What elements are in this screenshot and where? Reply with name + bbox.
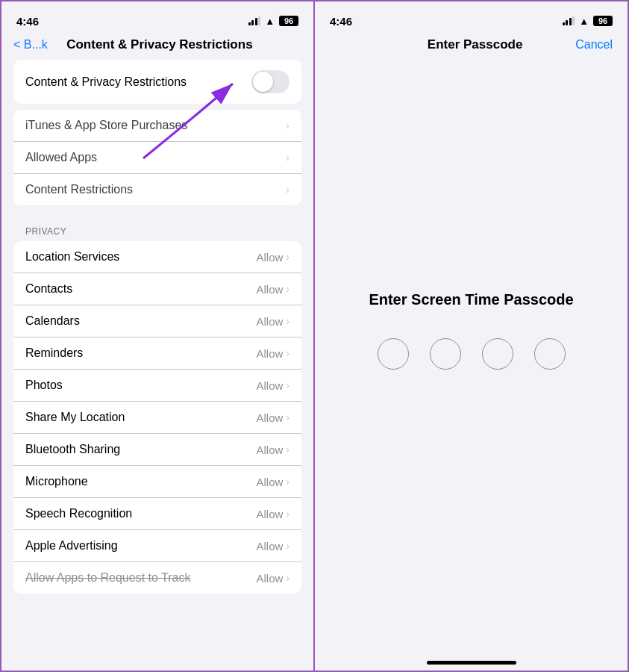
left-time: 4:46 [16, 15, 39, 28]
signal-icon [248, 16, 261, 25]
reminders-value: Allow [256, 347, 283, 360]
calendars-value: Allow [256, 315, 283, 328]
itunes-right: › [286, 119, 290, 131]
microphone-right: Allow › [256, 476, 290, 488]
content-privacy-toggle[interactable] [251, 70, 290, 93]
right-status-bar: 4:46 ▲ 96 [315, 1, 628, 34]
passcode-title: Enter Screen Time Passcode [369, 291, 573, 308]
right-nav-bar: Enter Passcode Cancel [315, 34, 628, 60]
bluetooth-chevron: › [286, 444, 290, 455]
share-location-row[interactable]: Share My Location Allow › [13, 402, 301, 434]
photos-right: Allow › [256, 379, 290, 392]
home-bar [427, 661, 516, 665]
passcode-area: Enter Screen Time Passcode [315, 60, 628, 645]
toggle-label: Content & Privacy Restrictions [25, 75, 187, 89]
main-settings-section: iTunes & App Store Purchases › Allowed A… [13, 110, 301, 205]
location-services-chevron: › [286, 251, 290, 263]
bluetooth-right: Allow › [256, 444, 290, 456]
location-services-right: Allow › [256, 251, 290, 264]
contacts-value: Allow [256, 283, 283, 296]
bluetooth-label: Bluetooth Sharing [25, 443, 120, 456]
location-services-label: Location Services [25, 250, 119, 264]
photos-value: Allow [256, 379, 283, 392]
allowed-apps-label: Allowed Apps [25, 151, 97, 164]
allow-tracking-label: Allow Apps to Request to Track [25, 571, 190, 585]
photos-row[interactable]: Photos Allow › [13, 370, 301, 402]
microphone-label: Microphone [25, 475, 88, 488]
speech-recognition-right: Allow › [256, 508, 290, 520]
allow-tracking-value: Allow [256, 572, 283, 585]
contacts-label: Contacts [25, 282, 72, 296]
right-battery: 96 [593, 16, 613, 26]
apple-advertising-chevron: › [286, 540, 290, 552]
wifi-icon: ▲ [265, 16, 275, 27]
speech-recognition-label: Speech Recognition [25, 507, 132, 520]
photos-chevron: › [286, 379, 290, 391]
allow-tracking-row[interactable]: Allow Apps to Request to Track Allow › [13, 562, 301, 594]
passcode-dot-4 [534, 338, 566, 370]
content-restrictions-chevron: › [286, 184, 290, 196]
contacts-chevron: › [286, 283, 290, 295]
apple-advertising-label: Apple Advertising [25, 539, 118, 553]
speech-recognition-row[interactable]: Speech Recognition Allow › [13, 498, 301, 530]
left-status-bar: 4:46 ▲ 96 [1, 1, 313, 34]
right-time: 4:46 [330, 15, 352, 28]
speech-recognition-chevron: › [286, 508, 290, 520]
calendars-row[interactable]: Calendars Allow › [13, 305, 301, 337]
speech-recognition-value: Allow [256, 508, 283, 520]
right-page-title: Enter Passcode [375, 37, 575, 52]
right-signal-icon [563, 16, 575, 25]
allow-tracking-chevron: › [286, 572, 290, 584]
apple-advertising-right: Allow › [256, 540, 290, 553]
reminders-row[interactable]: Reminders Allow › [13, 337, 301, 370]
allowed-apps-right: › [286, 152, 290, 164]
content-restrictions-right: › [286, 184, 290, 196]
share-location-value: Allow [256, 411, 283, 424]
right-wifi-icon: ▲ [579, 16, 589, 27]
calendars-chevron: › [286, 315, 290, 327]
itunes-label: iTunes & App Store Purchases [25, 119, 187, 132]
apple-advertising-value: Allow [256, 540, 283, 553]
toggle-row[interactable]: Content & Privacy Restrictions [25, 60, 290, 104]
reminders-right: Allow › [256, 347, 290, 360]
home-indicator [315, 645, 628, 671]
passcode-dots-container [378, 338, 566, 370]
left-nav-bar: < B...k Content & Privacy Restrictions [1, 34, 313, 60]
contacts-row[interactable]: Contacts Allow › [13, 273, 301, 305]
right-panel: 4:46 ▲ 96 Enter Passcode Cancel Enter Sc… [314, 0, 629, 672]
bluetooth-value: Allow [256, 444, 283, 456]
photos-label: Photos [25, 379, 63, 392]
allowed-apps-chevron: › [286, 152, 290, 164]
right-status-icons: ▲ 96 [563, 16, 613, 27]
share-location-right: Allow › [256, 411, 290, 424]
share-location-label: Share My Location [25, 411, 125, 424]
reminders-chevron: › [286, 347, 290, 359]
allowed-apps-row[interactable]: Allowed Apps › [13, 142, 301, 174]
privacy-section: Location Services Allow › Contacts Allow… [13, 241, 301, 594]
microphone-row[interactable]: Microphone Allow › [13, 466, 301, 498]
itunes-chevron: › [286, 119, 290, 131]
passcode-dot-2 [430, 338, 461, 370]
toggle-section: Content & Privacy Restrictions [13, 60, 301, 104]
location-services-row[interactable]: Location Services Allow › [13, 241, 301, 273]
allow-tracking-right: Allow › [256, 572, 290, 585]
apple-advertising-row[interactable]: Apple Advertising Allow › [13, 530, 301, 562]
content-restrictions-row[interactable]: Content Restrictions › [13, 174, 301, 205]
location-services-value: Allow [256, 251, 283, 264]
passcode-dot-1 [378, 338, 409, 370]
cancel-button[interactable]: Cancel [575, 38, 613, 52]
microphone-value: Allow [256, 476, 283, 488]
calendars-label: Calendars [25, 314, 80, 328]
left-battery: 96 [279, 16, 298, 26]
passcode-dot-3 [482, 338, 513, 370]
itunes-row[interactable]: iTunes & App Store Purchases › [13, 110, 301, 142]
contacts-right: Allow › [256, 283, 290, 296]
left-page-title: Content & Privacy Restrictions [18, 37, 301, 52]
calendars-right: Allow › [256, 315, 290, 328]
microphone-chevron: › [286, 476, 290, 488]
left-status-icons: ▲ 96 [248, 16, 298, 27]
privacy-section-header: PRIVACY [1, 211, 313, 241]
left-panel: 4:46 ▲ 96 < B...k Content & Privacy Rest… [0, 0, 314, 672]
bluetooth-row[interactable]: Bluetooth Sharing Allow › [13, 434, 301, 466]
content-restrictions-label: Content Restrictions [25, 183, 133, 196]
